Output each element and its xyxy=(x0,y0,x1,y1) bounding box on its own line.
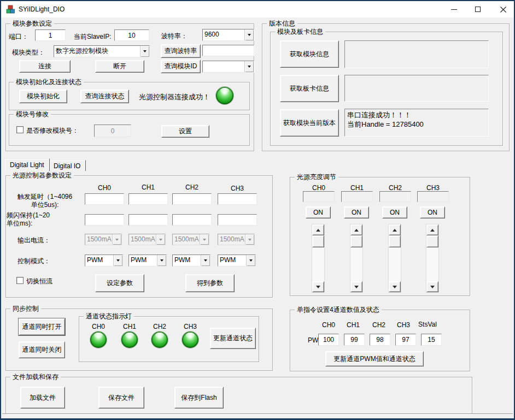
module-init-button[interactable]: 模块初始化 xyxy=(19,90,67,103)
brightness-ch0-input[interactable] xyxy=(303,191,335,202)
pwm-ch2-input[interactable] xyxy=(370,334,390,346)
get-board-info-button[interactable]: 获取板卡信息 xyxy=(280,75,339,102)
get-module-info-button[interactable]: 获取模块信息 xyxy=(280,40,339,68)
query-baud-button[interactable]: 查询波特率 xyxy=(161,44,201,58)
pwm-ch1-input[interactable] xyxy=(344,334,365,346)
close-all-channels-button[interactable]: 通道同时关闭 xyxy=(19,341,65,358)
close-button[interactable] xyxy=(491,1,515,17)
tab-digital-light[interactable]: Digital Light xyxy=(4,158,50,171)
switch-cc-checkbox[interactable] xyxy=(16,277,24,284)
on-button-ch1[interactable]: ON xyxy=(344,206,369,218)
control-mode-ch1-select[interactable]: PWM xyxy=(128,255,167,267)
brightness-slider-ch0[interactable] xyxy=(312,224,325,293)
strobe-hold-ch2-input[interactable] xyxy=(172,214,212,226)
slave-ip-label: 当前SlaveIP: xyxy=(74,32,112,42)
control-mode-ch3-select[interactable]: PWM xyxy=(218,255,256,267)
brightness-slider-ch1[interactable] xyxy=(350,224,363,293)
brightness-ch2-input[interactable] xyxy=(379,191,411,202)
scroll-down-icon[interactable] xyxy=(350,281,362,292)
update-channel-status-button[interactable]: 更新通道状态 xyxy=(210,328,256,349)
on-button-ch2[interactable]: ON xyxy=(382,206,407,218)
slider-thumb[interactable] xyxy=(389,235,401,247)
connect-button[interactable]: 连接 xyxy=(19,60,71,73)
control-mode-ch2-select[interactable]: PWM xyxy=(172,255,210,267)
chevron-down-icon[interactable] xyxy=(113,255,122,266)
set-params-button[interactable]: 设定参数 xyxy=(95,274,144,292)
port-label: 端口： xyxy=(9,32,28,42)
single-cmd-group-title: 单指令设置4通道数值及状态 xyxy=(295,306,382,314)
log-line-2: 当前Handle = 12785400 xyxy=(347,120,486,129)
connection-status-led xyxy=(216,87,233,104)
on-button-ch0[interactable]: ON xyxy=(306,206,331,218)
get-version-button[interactable]: 获取模块当前版本 xyxy=(280,109,339,137)
chevron-down-icon[interactable] xyxy=(140,46,149,57)
tab-digital-io[interactable]: Digital IO xyxy=(48,160,86,171)
scroll-down-icon[interactable] xyxy=(312,281,324,292)
update-pwm-status-button[interactable]: 更新通道PWM值和通道状态 xyxy=(325,351,424,366)
output-current-ch2-value: 1500mA xyxy=(173,234,200,245)
br-ch0-header: CH0 xyxy=(307,184,331,192)
scroll-up-icon[interactable] xyxy=(389,224,401,235)
brightness-slider-ch2[interactable] xyxy=(388,224,401,293)
scroll-down-icon[interactable] xyxy=(426,281,438,292)
module-type-select[interactable]: 数字光源控制模块 xyxy=(54,45,150,57)
chevron-down-icon[interactable] xyxy=(246,255,255,266)
trigger-delay-ch1-input[interactable] xyxy=(128,193,168,205)
port-input[interactable] xyxy=(35,29,66,41)
chevron-down-icon xyxy=(112,234,121,245)
save-file-button[interactable]: 保存文件 xyxy=(98,387,144,409)
scroll-up-icon[interactable] xyxy=(312,224,324,235)
set-module-number-button[interactable]: 设置 xyxy=(161,125,209,138)
trigger-delay-ch2-input[interactable] xyxy=(172,193,212,205)
scroll-up-icon[interactable] xyxy=(426,224,438,235)
chevron-down-icon[interactable] xyxy=(157,255,166,266)
slider-thumb[interactable] xyxy=(350,235,362,247)
brightness-slider-ch3[interactable] xyxy=(426,224,439,293)
brightness-ch3-input[interactable] xyxy=(417,191,449,202)
chevron-down-icon[interactable] xyxy=(244,29,254,40)
get-params-button[interactable]: 得到参数 xyxy=(185,274,235,292)
minimize-button[interactable] xyxy=(442,1,466,17)
scroll-up-icon[interactable] xyxy=(350,224,362,235)
trigger-delay-ch3-input[interactable] xyxy=(218,193,257,205)
strobe-hold-ch3-input[interactable] xyxy=(218,214,257,226)
modify-module-checkbox[interactable] xyxy=(16,126,24,133)
pwm-ch3-input[interactable] xyxy=(395,334,416,346)
save-to-flash-button[interactable]: 保存到Flash xyxy=(174,387,224,409)
strobe-hold-ch0-input[interactable] xyxy=(85,214,124,226)
slave-ip-input[interactable] xyxy=(114,29,149,41)
query-module-id-button[interactable]: 查询模块ID xyxy=(161,60,201,73)
stsval-input[interactable] xyxy=(421,334,442,346)
scroll-down-icon[interactable] xyxy=(389,281,401,292)
module-params-group-title: 模块参数设定 xyxy=(10,20,54,28)
disconnect-button[interactable]: 断开 xyxy=(95,60,144,73)
br-ch3-header: CH3 xyxy=(421,184,445,192)
brightness-ch1-input[interactable] xyxy=(341,191,373,202)
module-number-input[interactable] xyxy=(94,125,131,137)
init-status-group-title: 模块初始化及连接状态 xyxy=(14,78,84,86)
query-baud-result-input[interactable] xyxy=(202,45,254,56)
slider-thumb[interactable] xyxy=(426,235,438,247)
baud-label: 波特率： xyxy=(161,32,188,41)
chevron-down-icon[interactable] xyxy=(201,255,210,266)
trigger-delay-ch0-input[interactable] xyxy=(85,193,124,205)
query-connection-button[interactable]: 查询连接状态 xyxy=(80,90,129,103)
open-all-channels-button[interactable]: 通道同时打开 xyxy=(19,318,65,335)
on-button-ch3[interactable]: ON xyxy=(420,206,445,218)
ind-ch2-header: CH2 xyxy=(148,323,172,330)
channel-led-ch0 xyxy=(90,332,107,348)
connection-status-text: 光源控制器连接成功！ xyxy=(139,92,210,102)
module-id-select[interactable] xyxy=(202,61,254,73)
pwm-ch0-input[interactable] xyxy=(318,334,339,346)
chevron-down-icon[interactable] xyxy=(244,61,254,72)
slider-thumb[interactable] xyxy=(312,235,324,247)
load-file-button[interactable]: 加载文件 xyxy=(20,387,65,409)
strobe-hold-ch1-input[interactable] xyxy=(128,214,168,226)
baud-select[interactable]: 9600 xyxy=(202,29,254,41)
app-icon xyxy=(6,5,15,14)
output-current-ch0-select: 1500mA xyxy=(85,234,122,245)
control-mode-ch0-select[interactable]: PWM xyxy=(85,255,123,267)
control-mode-ch1-value: PWM xyxy=(129,255,157,266)
maximize-button[interactable] xyxy=(466,1,490,17)
app-window: SYiIDLight_DIO 模块参数设定 端口： 当前SlaveIP: 波特率… xyxy=(0,0,515,420)
